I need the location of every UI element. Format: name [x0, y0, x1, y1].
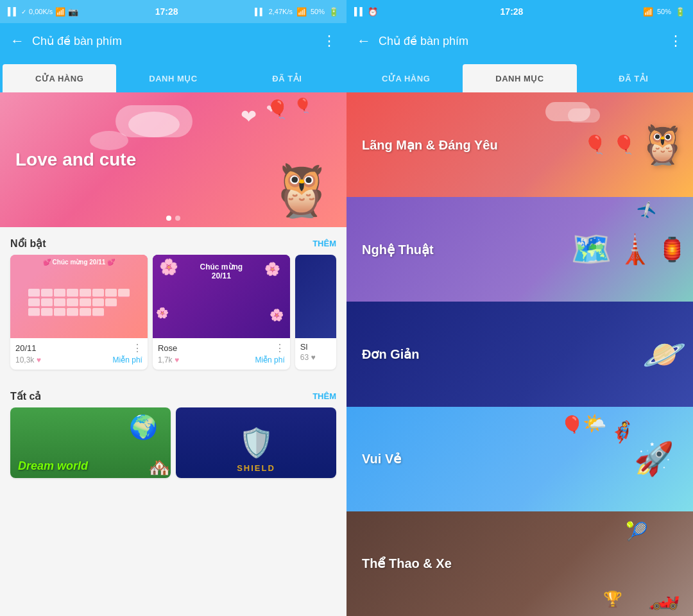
card-shield[interactable]: 🛡️ SHIELD: [176, 407, 336, 478]
card-sl-thumb: [295, 255, 336, 338]
category-nghe-thuat-deco: ✈️ 🗺️ 🗼 🏮: [565, 197, 693, 302]
battery-right: 50%: [657, 8, 671, 15]
right-phone-panel: ▌▌ ⏰ 17:28 📶 50% 🔋 ← Chủ đề bàn phím ⋮ C…: [346, 0, 693, 616]
card-rose-name: Rose: [158, 343, 177, 353]
all-card-grid: Dream world 🌍 🏘️ 🛡️ SHIELD: [0, 407, 346, 488]
featured-more-button[interactable]: THÊM: [312, 239, 336, 248]
battery-left: 50%: [311, 8, 325, 15]
tab-danh-muc-left[interactable]: DANH MỤC: [116, 64, 230, 92]
featured-title: Nổi bật: [10, 237, 46, 250]
card-20-11-likes: 10,3k ♥: [15, 355, 41, 364]
sim2-speed-left: 2,47K/s: [269, 8, 293, 15]
back-button-right[interactable]: ←: [357, 33, 371, 49]
category-the-thao[interactable]: Thể Thao & Xe 🏎️ 🎾 🏆: [346, 511, 693, 616]
category-don-gian-label: Đơn Giản: [362, 346, 420, 362]
owl-icon: 🦉: [638, 122, 687, 167]
sim2-signal-left: ▌▌: [255, 8, 265, 15]
tab-da-tai-right[interactable]: ĐÃ TẢI: [577, 64, 690, 92]
all-section-header: Tất cả THÊM: [0, 380, 346, 407]
card-rose-likes: 1,7k ♥: [158, 355, 179, 364]
battery-icon-right: 🔋: [675, 7, 685, 17]
featured-section-header: Nổi bật THÊM: [0, 227, 346, 255]
tabs-bar-left: CỬA HÀNG DANH MỤC ĐÃ TẢI: [0, 59, 346, 92]
photo-icon-left: 📷: [68, 7, 78, 17]
category-don-gian[interactable]: Đơn Giản 🪐: [346, 302, 693, 406]
more-button-left[interactable]: ⋮: [322, 33, 336, 49]
card-rose[interactable]: 🌸 🌸 🌸 🌸 Chúc mừng20/11 Rose ⋮ 1,7k: [153, 255, 290, 370]
network-speed-left: 0,00K/s: [29, 8, 53, 15]
category-lang-man[interactable]: Lãng Mạn & Đáng Yêu 🎈 🎈 🦉: [346, 92, 693, 197]
card-dreamworld-thumb: Dream world 🌍 🏘️: [10, 407, 171, 478]
tab-cua-hang-right[interactable]: CỬA HÀNG: [349, 64, 463, 92]
signal-icon-left: ▌▌: [8, 7, 19, 16]
card-sl-likes: 63 ♥: [300, 353, 316, 362]
tab-da-tai-left[interactable]: ĐÃ TẢI: [230, 64, 344, 92]
left-phone-panel: ▌▌ ✓ 0,00K/s 📶 📷 17:28 ▌▌ 2,47K/s 📶 50% …: [0, 0, 346, 616]
card-20-11-thumb: 💕 Chúc mừng 20/11 💕: [10, 255, 148, 338]
card-sl-name: Sl: [300, 342, 308, 352]
all-more-button[interactable]: THÊM: [312, 391, 336, 401]
category-lang-man-label: Lãng Mạn & Đáng Yêu: [362, 137, 498, 153]
featured-card-grid: 💕 Chúc mừng 20/11 💕 20/11 ⋮: [0, 255, 346, 380]
dot-2: [175, 216, 180, 221]
alarm-icon-right: ⏰: [368, 7, 378, 17]
category-nghe-thuat[interactable]: Nghệ Thuật ✈️ 🗺️ 🗼 🏮: [346, 197, 693, 302]
card-sl-info: Sl 63 ♥: [295, 338, 336, 367]
card-20-11-name: 20/11: [15, 343, 37, 353]
category-vui-ve[interactable]: Vui Vẻ 🎈 🌤️ 🚀 🦸: [346, 407, 693, 511]
rocket-icon: 🚀: [634, 440, 674, 477]
category-list: Lãng Mạn & Đáng Yêu 🎈 🎈 🦉 Nghệ Thuật ✈️ …: [346, 92, 693, 616]
banner-owl-icon: 🦉: [270, 160, 334, 221]
category-the-thao-label: Thể Thao & Xe: [362, 556, 452, 571]
wifi-icon-left: 📶: [55, 7, 65, 17]
banner-left[interactable]: ❤ ❤ 🦉 🎈 🎈 Love and cute: [0, 92, 346, 227]
time-left: 17:28: [155, 6, 178, 17]
card-20-11-more[interactable]: ⋮: [132, 342, 142, 354]
category-don-gian-deco: 🪐: [565, 302, 693, 406]
header-right: ← Chủ đề bàn phím ⋮: [346, 23, 693, 59]
tab-cua-hang-left[interactable]: CỬA HÀNG: [3, 64, 116, 92]
card-20-11-price: Miễn phí: [113, 355, 142, 364]
time-right: 17:28: [501, 6, 524, 17]
main-content-left: ❤ ❤ 🦉 🎈 🎈 Love and cute Nổi bật THÊM: [0, 92, 346, 616]
category-vui-ve-label: Vui Vẻ: [362, 451, 401, 466]
card-dreamworld[interactable]: Dream world 🌍 🏘️: [10, 407, 171, 478]
banner-dots: [166, 216, 180, 221]
card-rose-info: Rose ⋮ 1,7k ♥ Miễn phí: [153, 338, 290, 370]
category-nghe-thuat-label: Nghệ Thuật: [362, 242, 434, 257]
status-bar-right: ▌▌ ⏰ 17:28 📶 50% 🔋: [346, 0, 693, 23]
tabs-bar-right: CỬA HÀNG DANH MỤC ĐÃ TẢI: [346, 59, 693, 92]
card-rose-thumb: 🌸 🌸 🌸 🌸 Chúc mừng20/11: [153, 255, 290, 338]
category-vui-ve-deco: 🎈 🌤️ 🚀 🦸: [565, 407, 693, 511]
signal-icon-right: ▌▌: [354, 7, 365, 16]
status-bar-left: ▌▌ ✓ 0,00K/s 📶 📷 17:28 ▌▌ 2,47K/s 📶 50% …: [0, 0, 346, 23]
more-button-right[interactable]: ⋮: [669, 33, 683, 49]
back-button-left[interactable]: ←: [10, 33, 24, 49]
planet-icon: 🪐: [642, 334, 687, 375]
page-title-right: Chủ đề bàn phím: [379, 34, 661, 48]
battery-icon-left: 🔋: [329, 7, 339, 17]
card-shield-thumb: 🛡️ SHIELD: [176, 407, 336, 478]
card-20-11[interactable]: 💕 Chúc mừng 20/11 💕 20/11 ⋮: [10, 255, 148, 370]
all-title: Tất cả: [10, 390, 41, 402]
banner-text: Love and cute: [15, 150, 136, 170]
category-the-thao-deco: 🏎️ 🎾 🏆: [565, 511, 693, 616]
card-sl[interactable]: Sl 63 ♥: [295, 255, 336, 370]
header-left: ← Chủ đề bàn phím ⋮: [0, 23, 346, 59]
card-rose-more[interactable]: ⋮: [275, 342, 285, 354]
card-20-11-info: 20/11 ⋮ 10,3k ♥ Miễn phí: [10, 338, 148, 370]
card-rose-price: Miễn phí: [255, 355, 284, 364]
dot-1: [166, 216, 171, 221]
sim-icon-right: 📶: [643, 7, 653, 17]
sim2-wifi-icon: 📶: [296, 7, 307, 17]
tab-danh-muc-right[interactable]: DANH MỤC: [463, 64, 576, 92]
sim1-icon: ✓: [21, 8, 26, 15]
page-title-left: Chủ đề bàn phím: [32, 34, 314, 48]
